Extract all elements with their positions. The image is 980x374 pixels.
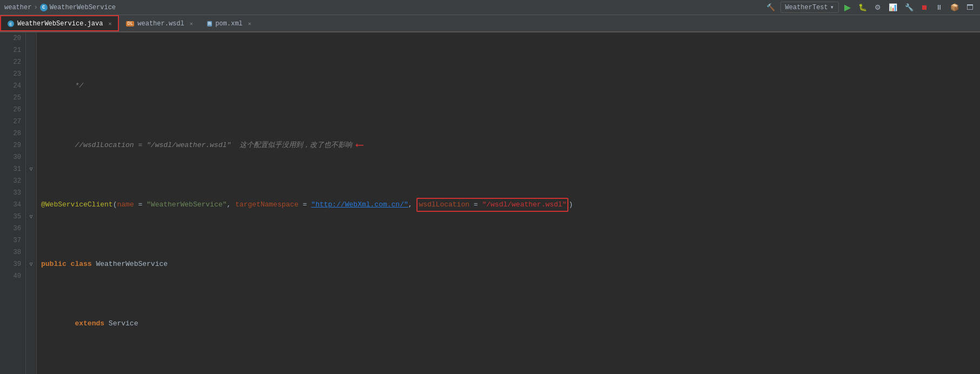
tab-bar: C WeatherWebService.java ✕ DL weather.ws… <box>0 15 980 32</box>
coverage-button[interactable]: ⚙ <box>872 2 883 12</box>
gutter-23 <box>26 68 36 80</box>
tab-java-close[interactable]: ✕ <box>108 21 111 27</box>
breadcrumb-project: weather <box>4 4 31 11</box>
maximize-button[interactable]: 🗖 <box>964 2 976 12</box>
tab-pom-label: pom.xml <box>215 20 242 28</box>
gutter-37 <box>26 235 36 246</box>
debug-button[interactable]: 🐛 <box>856 2 869 12</box>
gutter-col: ▽ ▽ ▽ <box>26 32 37 374</box>
tab-java-label: WeatherWebService.java <box>17 20 103 28</box>
code-line-20: */ <box>41 80 976 92</box>
run-button[interactable]: ▶ <box>842 1 853 14</box>
gutter-32 <box>26 175 36 187</box>
code-editor[interactable]: */ //wsdlLocation = "/wsdl/weather.wsdl"… <box>37 32 980 374</box>
gutter-29 <box>26 139 36 151</box>
top-bar: weather › C WeatherWebService 🔨 WeatherT… <box>0 0 980 15</box>
gutter-35[interactable]: ▽ <box>26 211 36 223</box>
code-line-22: @WebServiceClient(name = "WeatherWebServ… <box>41 199 976 211</box>
profile-button[interactable]: 📊 <box>886 2 899 12</box>
code-line-21: //wsdlLocation = "/wsdl/weather.wsdl" 这个… <box>41 139 976 151</box>
code-24-indent <box>41 318 75 330</box>
code-21-text: //wsdlLocation = "/wsdl/weather.wsdl" 这个… <box>41 139 352 151</box>
code-22-annotation: @WebServiceClient <box>41 199 113 211</box>
gutter-24 <box>26 80 36 92</box>
gutter-22 <box>26 56 36 68</box>
wsdl-icon: DL <box>126 21 134 26</box>
gutter-33 <box>26 187 36 199</box>
code-line-23: public class WeatherWebService <box>41 258 976 270</box>
tab-wsdl-label: weather.wsdl <box>137 20 184 28</box>
gutter-26 <box>26 104 36 116</box>
gutter-31[interactable]: ▽ <box>26 163 36 175</box>
breadcrumb-class-icon: C <box>40 4 48 11</box>
chevron-down-icon: ▾ <box>830 3 834 11</box>
code-23-text: public class <box>41 258 96 270</box>
gutter-25 <box>26 92 36 104</box>
breadcrumb: weather › C WeatherWebService <box>4 4 116 11</box>
hammer-button[interactable]: 🔨 <box>764 2 777 12</box>
breadcrumb-separator: › <box>34 4 37 11</box>
tab-pom-xml[interactable]: m pom.xml ✕ <box>200 15 259 31</box>
dtrace-button[interactable]: 🔧 <box>903 2 916 12</box>
arrow-icon: ⟵ <box>356 139 363 151</box>
code-line-24: extends Service <box>41 318 976 330</box>
gutter-30 <box>26 151 36 163</box>
wsdl-location-highlight: wsdlLocation = "/wsdl/weather.wsdl" <box>416 198 568 212</box>
tab-weather-wsdl[interactable]: DL weather.wsdl ✕ <box>119 15 200 31</box>
gutter-38 <box>26 246 36 258</box>
gutter-34 <box>26 199 36 211</box>
breadcrumb-file: WeatherWebService <box>50 4 116 11</box>
tab-wsdl-close[interactable]: ✕ <box>190 21 193 27</box>
gutter-28 <box>26 128 36 139</box>
line-numbers: 20 21 22 23 24 25 26 27 28 29 30 31 32 3… <box>0 32 26 374</box>
gutter-27 <box>26 116 36 128</box>
build-artifact-button[interactable]: 📦 <box>948 2 961 12</box>
gutter-39[interactable]: ▽ <box>26 258 36 270</box>
code-20-text: */ <box>41 80 83 92</box>
run-config-label: WeatherTest <box>785 4 828 11</box>
gutter-20 <box>26 32 36 44</box>
toolbar-right: 🔨 WeatherTest ▾ ▶ 🐛 ⚙ 📊 🔧 ⏹ ⏸ 📦 🗖 <box>764 1 976 14</box>
gutter-21 <box>26 44 36 56</box>
stop-button[interactable]: ⏹ <box>919 2 930 12</box>
run-config-selector[interactable]: WeatherTest ▾ <box>780 2 839 13</box>
java-class-icon: C <box>8 21 14 27</box>
pause-button[interactable]: ⏸ <box>933 2 945 12</box>
pom-icon: m <box>207 21 212 26</box>
code-area: 20 21 22 23 24 25 26 27 28 29 30 31 32 3… <box>0 32 980 374</box>
tab-weatherwebservice-java[interactable]: C WeatherWebService.java ✕ <box>0 15 119 31</box>
gutter-36 <box>26 223 36 235</box>
tab-pom-close[interactable]: ✕ <box>248 21 251 27</box>
gutter-40 <box>26 270 36 282</box>
